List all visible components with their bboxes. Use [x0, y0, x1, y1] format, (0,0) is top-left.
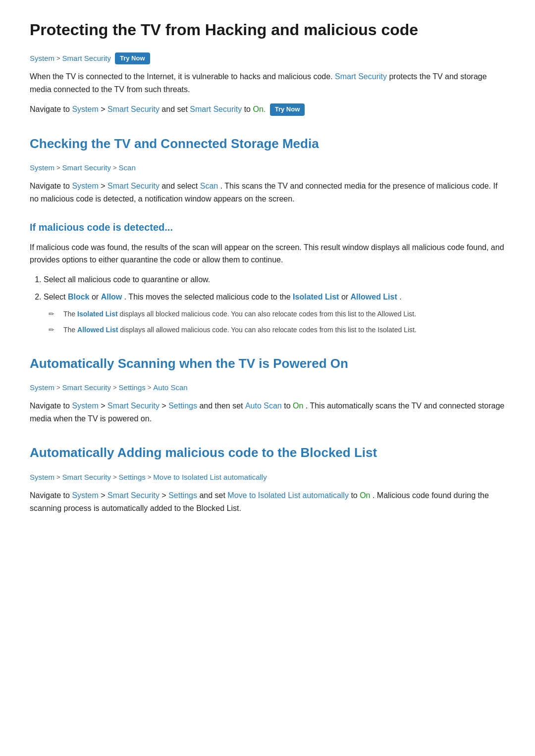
- s4-auto-scan-inline[interactable]: Auto Scan: [245, 402, 282, 410]
- breadcrumb-1: System > Smart Security Try Now: [30, 52, 505, 65]
- breadcrumb-smart-security-link[interactable]: Smart Security: [62, 52, 111, 64]
- s5-settings-link[interactable]: Settings: [119, 471, 146, 483]
- s4-settings-link[interactable]: Settings: [119, 382, 146, 394]
- intro-smart-security-link[interactable]: Smart Security: [335, 72, 387, 81]
- s2-system-link[interactable]: System: [30, 162, 54, 174]
- s4-on-inline[interactable]: On: [293, 402, 303, 410]
- intro-try-now-badge[interactable]: Try Now: [270, 103, 305, 116]
- intro-smart-security-link-3[interactable]: Smart Security: [190, 105, 242, 113]
- s4-system-inline[interactable]: System: [72, 402, 98, 410]
- intro-paragraph-1: When the TV is connected to the Internet…: [30, 70, 505, 96]
- section4-heading: Automatically Scanning when the TV is Po…: [30, 353, 505, 374]
- s2-smart-security-link[interactable]: Smart Security: [62, 162, 111, 174]
- s5-system-inline[interactable]: System: [72, 491, 98, 500]
- s4-smart-security-inline[interactable]: Smart Security: [107, 402, 160, 410]
- breadcrumb-4: System > Smart Security > Settings > Aut…: [30, 382, 505, 394]
- section3-list: Select all malicious code to quarantine …: [44, 273, 505, 336]
- intro-on-link[interactable]: On.: [253, 105, 266, 113]
- s5-move-to-isolated-link[interactable]: Move to Isolated List automatically: [153, 471, 267, 483]
- s5-system-link[interactable]: System: [30, 471, 54, 483]
- note-1: The Isolated List displays all blocked m…: [57, 308, 505, 319]
- s5-on-inline[interactable]: On: [360, 491, 370, 500]
- list-item-1: Select all malicious code to quarantine …: [44, 273, 505, 286]
- s2-scan-inline[interactable]: Scan: [200, 182, 218, 190]
- section2-paragraph: Navigate to System > Smart Security and …: [30, 180, 505, 205]
- s2-scan-link[interactable]: Scan: [119, 162, 136, 174]
- s5-move-to-isolated-inline[interactable]: Move to Isolated List automatically: [227, 491, 349, 500]
- s4-smart-security-link[interactable]: Smart Security: [62, 382, 111, 394]
- allowed-list-link[interactable]: Allowed List: [351, 293, 397, 301]
- s5-smart-security-link[interactable]: Smart Security: [62, 471, 111, 483]
- page-title: Protecting the TV from Hacking and malic…: [30, 20, 505, 41]
- intro-system-link[interactable]: System: [72, 105, 98, 113]
- section4-paragraph: Navigate to System > Smart Security > Se…: [30, 400, 505, 425]
- intro-paragraph-2: Navigate to System > Smart Security and …: [30, 103, 505, 116]
- s4-settings-inline[interactable]: Settings: [168, 402, 197, 410]
- s2-smart-security-inline[interactable]: Smart Security: [107, 182, 160, 190]
- s4-auto-scan-link[interactable]: Auto Scan: [153, 382, 187, 394]
- section3-heading: If malicious code is detected...: [30, 219, 505, 235]
- intro-smart-security-link-2[interactable]: Smart Security: [107, 105, 160, 113]
- list-item-2: Select Block or Allow . This moves the s…: [44, 291, 505, 335]
- section2-heading: Checking the TV and Connected Storage Me…: [30, 134, 505, 154]
- breadcrumb-system-link[interactable]: System: [30, 52, 54, 64]
- block-link[interactable]: Block: [68, 293, 90, 301]
- try-now-badge[interactable]: Try Now: [115, 52, 150, 65]
- note-2: The Allowed List displays all allowed ma…: [57, 324, 505, 335]
- section3-paragraph1: If malicious code was found, the results…: [30, 241, 505, 266]
- breadcrumb-sep-1: >: [56, 53, 60, 64]
- s4-system-link[interactable]: System: [30, 382, 54, 394]
- note2-allowed-link[interactable]: Allowed List: [77, 326, 118, 334]
- s5-smart-security-inline[interactable]: Smart Security: [107, 491, 160, 500]
- breadcrumb-5: System > Smart Security > Settings > Mov…: [30, 471, 505, 483]
- s5-settings-inline[interactable]: Settings: [168, 491, 197, 500]
- isolated-list-link[interactable]: Isolated List: [293, 293, 339, 301]
- note1-isolated-link[interactable]: Isolated List: [77, 310, 118, 318]
- section5-paragraph: Navigate to System > Smart Security > Se…: [30, 489, 505, 514]
- breadcrumb-2: System > Smart Security > Scan: [30, 162, 505, 174]
- s2-system-inline[interactable]: System: [72, 182, 98, 190]
- section5-heading: Automatically Adding malicious code to t…: [30, 443, 505, 463]
- allow-link[interactable]: Allow: [101, 293, 122, 301]
